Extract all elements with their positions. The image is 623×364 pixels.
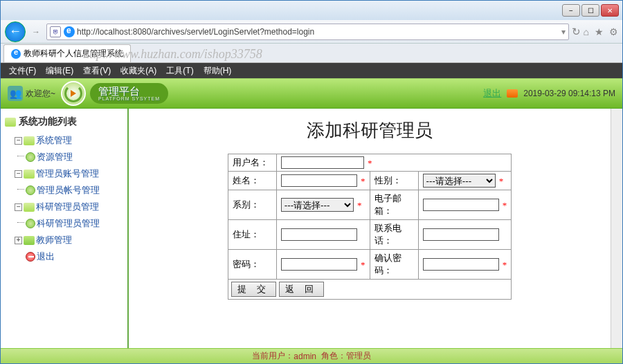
sidebar-title-label: 系统功能列表 — [19, 116, 77, 128]
platform-badge: 管理平台 PLATFORM SYSYTEM — [90, 83, 168, 104]
menu-view[interactable]: 查看(V) — [79, 64, 115, 78]
app-header: 👥 欢迎您~ 管理平台 PLATFORM SYSYTEM 退出 2019-03-… — [1, 78, 622, 109]
expand-icon[interactable]: + — [15, 237, 22, 244]
input-email[interactable] — [423, 199, 499, 211]
minimize-button[interactable]: − — [562, 4, 580, 17]
sidebar-item-label: 退出 — [37, 251, 55, 263]
ie-logo-icon — [64, 26, 75, 37]
submit-button[interactable]: 提 交 — [231, 282, 277, 297]
browser-tabbar: 教师科研个人信息管理系统 http://www.huzhan.com/ishop… — [1, 44, 622, 63]
status-role-label: 角色： — [321, 350, 346, 362]
platform-subtitle: PLATFORM SYSYTEM — [98, 96, 160, 101]
back-button-form[interactable]: 返 回 — [279, 282, 325, 297]
sidebar-item-label: 管理员账号管理 — [36, 167, 99, 180]
label-username: 用户名： — [228, 154, 276, 172]
label-realname: 姓名： — [228, 172, 276, 190]
sidebar-item-label: 科研管理员管理 — [36, 201, 99, 213]
sidebar-item-research-admin-mgmt[interactable]: 科研管理员管理 — [5, 215, 123, 232]
input-address[interactable] — [281, 228, 357, 241]
datetime-icon — [507, 89, 518, 98]
required-star: * — [361, 260, 365, 270]
label-dept: 系别： — [228, 190, 276, 220]
input-phone[interactable] — [423, 228, 499, 241]
required-star: * — [361, 176, 365, 186]
label-address: 住址： — [228, 220, 276, 250]
sidebar-item-label: 教师管理 — [36, 234, 72, 246]
menu-favorites[interactable]: 收藏夹(A) — [116, 64, 161, 78]
browser-menubar: 文件(F) 编辑(E) 查看(V) 收藏夹(A) 工具(T) 帮助(H) — [1, 63, 622, 78]
sidebar-item-label: 资源管理 — [37, 151, 73, 163]
menu-edit[interactable]: 编辑(E) — [42, 64, 78, 78]
select-gender[interactable]: ---请选择--- — [423, 174, 496, 188]
content-area: 添加科研管理员 用户名： * 姓名： * 性别： ---请选择--- * 系别：… — [129, 109, 611, 348]
browser-navbar: ← → ⛨ ▾ ↻ ⌂ ★ ⚙ — [1, 20, 622, 44]
status-user: admin — [294, 352, 316, 361]
form-table: 用户名： * 姓名： * 性别： ---请选择--- * 系别： ---请选择-… — [228, 154, 512, 300]
label-phone: 联系电话： — [370, 220, 418, 250]
tools-icon[interactable]: ⚙ — [609, 26, 618, 37]
maximize-button[interactable]: ☐ — [581, 4, 599, 17]
input-username[interactable] — [281, 156, 364, 169]
label-email: 电子邮箱： — [370, 190, 418, 220]
logo-icon — [61, 81, 86, 106]
welcome-text: 欢迎您~ — [26, 88, 55, 100]
platform-title: 管理平台 — [98, 85, 140, 97]
sidebar-item-label: 系统管理 — [36, 134, 72, 147]
input-password[interactable] — [281, 258, 357, 271]
leaf-icon — [26, 152, 35, 162]
tab-title: 教师科研个人信息管理系统 — [24, 48, 123, 60]
collapse-icon[interactable]: − — [15, 203, 22, 211]
folder-icon — [5, 118, 16, 127]
user-icon: 👥 — [8, 86, 23, 101]
sidebar-item-resource[interactable]: 资源管理 — [5, 149, 123, 165]
sidebar-item-logout[interactable]: 退出 — [5, 248, 123, 265]
browser-tab[interactable]: 教师科研个人信息管理系统 — [3, 44, 131, 62]
label-password: 密码： — [228, 250, 276, 280]
sidebar: 系统功能列表 − 系统管理 资源管理 − 管理员账号管理 管理员帐号管理 — [1, 109, 129, 348]
logout-link[interactable]: 退出 — [483, 87, 501, 100]
required-star: * — [368, 158, 372, 168]
back-button[interactable]: ← — [5, 21, 26, 42]
dropdown-icon[interactable]: ▾ — [561, 27, 566, 37]
sidebar-item-teacher[interactable]: + 教师管理 — [5, 232, 123, 248]
favorites-icon[interactable]: ★ — [595, 26, 604, 37]
sidebar-item-label: 管理员帐号管理 — [37, 184, 100, 197]
url-bar[interactable]: ⛨ ▾ — [46, 24, 569, 40]
datetime-text: 2019-03-29 09:14:13 PM — [523, 89, 615, 98]
required-star: * — [503, 260, 507, 270]
refresh-icon[interactable]: ↻ — [572, 26, 581, 38]
shield-icon: ⛨ — [50, 26, 61, 37]
folder-icon — [24, 236, 35, 245]
collapse-icon[interactable]: − — [15, 170, 22, 178]
statusbar: 当前用户：admin 角色：管理员 — [1, 348, 622, 363]
status-user-label: 当前用户： — [252, 350, 294, 362]
folder-icon — [24, 203, 35, 212]
menu-help[interactable]: 帮助(H) — [199, 64, 236, 78]
input-realname[interactable] — [281, 174, 357, 187]
required-star: * — [357, 200, 362, 210]
scrollbar[interactable] — [611, 109, 622, 348]
collapse-icon[interactable]: − — [15, 137, 22, 145]
url-input[interactable] — [77, 27, 561, 37]
label-confirm: 确认密码： — [370, 250, 418, 280]
stop-icon — [26, 252, 35, 262]
folder-icon — [24, 170, 35, 179]
home-icon[interactable]: ⌂ — [584, 26, 589, 37]
select-dept[interactable]: ---请选择--- — [281, 198, 354, 212]
close-button[interactable]: ✕ — [601, 4, 619, 17]
window-titlebar: − ☐ ✕ — [1, 1, 622, 20]
tab-favicon — [11, 49, 21, 59]
sidebar-item-system[interactable]: − 系统管理 — [5, 132, 123, 149]
sidebar-title: 系统功能列表 — [5, 116, 123, 128]
sidebar-item-research-admin[interactable]: − 科研管理员管理 — [5, 199, 123, 215]
forward-button[interactable]: → — [28, 24, 44, 39]
folder-icon — [24, 136, 35, 145]
input-confirm[interactable] — [423, 258, 499, 271]
menu-file[interactable]: 文件(F) — [5, 64, 40, 78]
leaf-icon — [26, 185, 35, 195]
sidebar-item-admin-account[interactable]: − 管理员账号管理 — [5, 165, 123, 182]
leaf-icon — [26, 219, 35, 228]
sidebar-item-admin-account-mgmt[interactable]: 管理员帐号管理 — [5, 182, 123, 199]
label-gender: 性别： — [370, 172, 418, 190]
menu-tools[interactable]: 工具(T) — [162, 64, 197, 78]
